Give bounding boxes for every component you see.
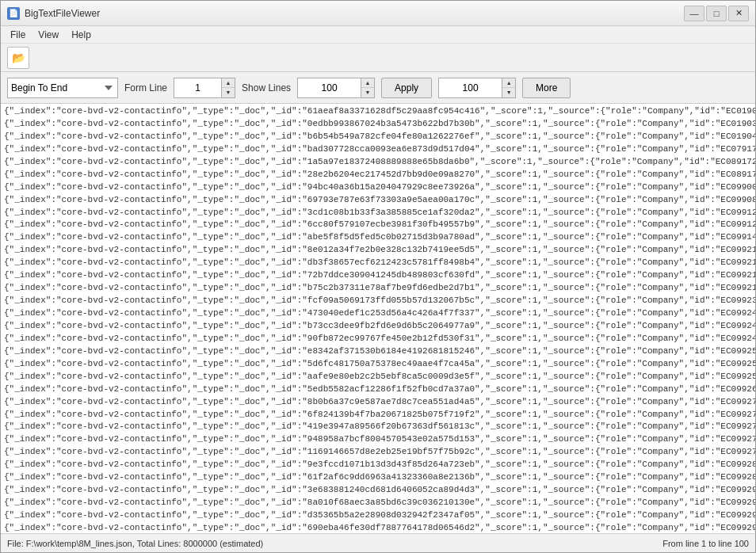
text-line: {"_index":"core-bvd-v2-contactinfo","_ty… xyxy=(4,169,752,181)
main-window: 📄 BigTextFileViewer — □ ✕ File View Help… xyxy=(0,0,756,553)
minimize-button[interactable]: — xyxy=(684,6,704,21)
text-line: {"_index":"core-bvd-v2-contactinfo","_ty… xyxy=(4,421,752,433)
form-line-spinner-buttons: ▲ ▼ xyxy=(221,78,235,98)
text-line: {"_index":"core-bvd-v2-contactinfo","_ty… xyxy=(4,257,752,269)
text-line: {"_index":"core-bvd-v2-contactinfo","_ty… xyxy=(4,194,752,207)
status-bar: File: F:\work\temp\8M_lines.json, Total … xyxy=(1,533,755,552)
apply-button[interactable]: Apply xyxy=(381,78,432,98)
text-line: {"_index":"core-bvd-v2-contactinfo","_ty… xyxy=(4,282,752,295)
text-line: {"_index":"core-bvd-v2-contactinfo","_ty… xyxy=(4,131,752,143)
close-button[interactable]: ✕ xyxy=(728,6,749,21)
text-line: {"_index":"core-bvd-v2-contactinfo","_ty… xyxy=(4,509,752,522)
show-lines-spinner-buttons: ▲ ▼ xyxy=(361,78,375,98)
direction-select[interactable]: Begin To End End To Begin xyxy=(7,78,118,98)
text-line: {"_index":"core-bvd-v2-contactinfo","_ty… xyxy=(4,219,752,231)
lines-count-spinner-buttons: ▲ ▼ xyxy=(502,78,516,98)
form-line-input[interactable]: 1 xyxy=(174,78,221,98)
show-lines-up-button[interactable]: ▲ xyxy=(361,78,374,89)
text-line: {"_index":"core-bvd-v2-contactinfo","_ty… xyxy=(4,307,752,320)
toolbar: 📂 xyxy=(1,44,755,72)
text-line: {"_index":"core-bvd-v2-contactinfo","_ty… xyxy=(4,244,752,257)
text-line: {"_index":"core-bvd-v2-contactinfo","_ty… xyxy=(4,484,752,497)
text-line: {"_index":"core-bvd-v2-contactinfo","_ty… xyxy=(4,497,752,509)
menu-help[interactable]: Help xyxy=(65,28,97,42)
text-line: {"_index":"core-bvd-v2-contactinfo","_ty… xyxy=(4,333,752,345)
text-line: {"_index":"core-bvd-v2-contactinfo","_ty… xyxy=(4,181,752,194)
text-line: {"_index":"core-bvd-v2-contactinfo","_ty… xyxy=(4,105,752,118)
form-line-spinner: 1 ▲ ▼ xyxy=(174,78,235,98)
app-icon: 📄 xyxy=(7,7,20,20)
text-line: {"_index":"core-bvd-v2-contactinfo","_ty… xyxy=(4,143,752,156)
text-line: {"_index":"core-bvd-v2-contactinfo","_ty… xyxy=(4,207,752,219)
lines-count-input[interactable]: 100 xyxy=(438,78,502,98)
text-line: {"_index":"core-bvd-v2-contactinfo","_ty… xyxy=(4,409,752,421)
text-line: {"_index":"core-bvd-v2-contactinfo","_ty… xyxy=(4,156,752,169)
text-line: {"_index":"core-bvd-v2-contactinfo","_ty… xyxy=(4,118,752,131)
lines-count-up-button[interactable]: ▲ xyxy=(502,78,515,89)
text-line: {"_index":"core-bvd-v2-contactinfo","_ty… xyxy=(4,433,752,446)
show-lines-label: Show Lines xyxy=(242,82,291,93)
form-line-down-button[interactable]: ▼ xyxy=(222,88,235,97)
show-lines-spinner: 100 ▲ ▼ xyxy=(297,78,375,98)
form-line-label: Form Line xyxy=(124,82,167,93)
text-line: {"_index":"core-bvd-v2-contactinfo","_ty… xyxy=(4,396,752,409)
window-title: BigTextFileViewer xyxy=(25,8,100,19)
text-line: {"_index":"core-bvd-v2-contactinfo","_ty… xyxy=(4,269,752,282)
menu-file[interactable]: File xyxy=(4,28,32,42)
text-line: {"_index":"core-bvd-v2-contactinfo","_ty… xyxy=(4,459,752,471)
text-content-scroll[interactable]: {"_index":"core-bvd-v2-contactinfo","_ty… xyxy=(1,104,755,533)
text-line: {"_index":"core-bvd-v2-contactinfo","_ty… xyxy=(4,522,752,533)
status-left: File: F:\work\temp\8M_lines.json, Total … xyxy=(7,539,263,548)
more-button[interactable]: More xyxy=(522,78,571,98)
text-line: {"_index":"core-bvd-v2-contactinfo","_ty… xyxy=(4,358,752,371)
text-line: {"_index":"core-bvd-v2-contactinfo","_ty… xyxy=(4,383,752,396)
text-line: {"_index":"core-bvd-v2-contactinfo","_ty… xyxy=(4,320,752,333)
status-right: From line 1 to line 100 xyxy=(662,539,749,548)
controls-bar: Begin To End End To Begin Form Line 1 ▲ … xyxy=(1,72,755,104)
menu-bar: File View Help xyxy=(1,26,755,44)
form-line-up-button[interactable]: ▲ xyxy=(222,78,235,89)
title-bar-buttons: — □ ✕ xyxy=(684,6,749,21)
text-line: {"_index":"core-bvd-v2-contactinfo","_ty… xyxy=(4,345,752,358)
title-bar-left: 📄 BigTextFileViewer xyxy=(7,7,100,20)
open-file-button[interactable]: 📂 xyxy=(7,47,29,69)
title-bar: 📄 BigTextFileViewer — □ ✕ xyxy=(1,1,755,26)
show-lines-down-button[interactable]: ▼ xyxy=(361,88,374,97)
text-line: {"_index":"core-bvd-v2-contactinfo","_ty… xyxy=(4,231,752,244)
lines-count-spinner: 100 ▲ ▼ xyxy=(438,78,516,98)
maximize-button[interactable]: □ xyxy=(706,6,727,21)
lines-count-down-button[interactable]: ▼ xyxy=(502,88,515,97)
menu-view[interactable]: View xyxy=(32,28,65,42)
content-area: {"_index":"core-bvd-v2-contactinfo","_ty… xyxy=(1,104,755,533)
text-line: {"_index":"core-bvd-v2-contactinfo","_ty… xyxy=(4,446,752,459)
text-line: {"_index":"core-bvd-v2-contactinfo","_ty… xyxy=(4,471,752,484)
text-line: {"_index":"core-bvd-v2-contactinfo","_ty… xyxy=(4,295,752,307)
show-lines-input[interactable]: 100 xyxy=(297,78,361,98)
text-line: {"_index":"core-bvd-v2-contactinfo","_ty… xyxy=(4,371,752,383)
